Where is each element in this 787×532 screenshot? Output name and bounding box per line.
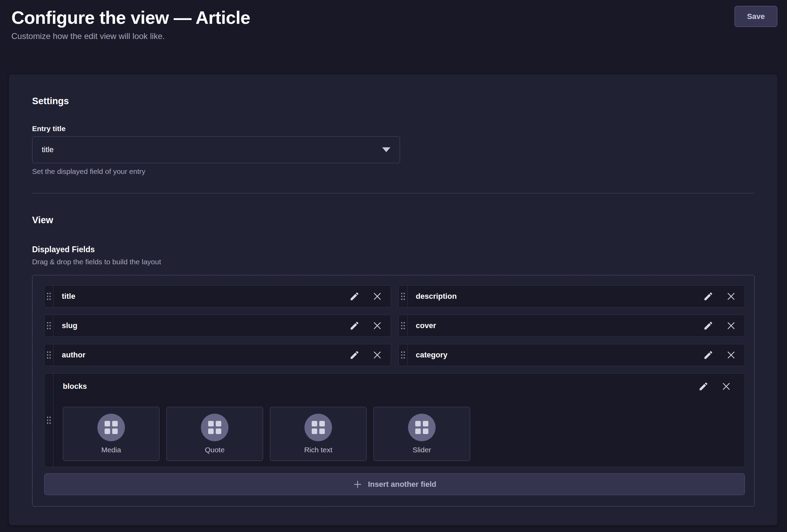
edit-field-button[interactable] xyxy=(698,381,709,392)
drag-handle[interactable] xyxy=(399,286,408,307)
drag-handle[interactable] xyxy=(45,286,54,307)
grid-icon xyxy=(208,421,221,434)
insert-field-button[interactable]: Insert another field xyxy=(44,473,745,495)
remove-field-button[interactable] xyxy=(720,381,732,392)
field-row-body: author xyxy=(54,344,391,366)
drag-handle-icon xyxy=(400,292,406,301)
edit-field-button[interactable] xyxy=(702,320,714,332)
field-label: category xyxy=(416,351,703,359)
field-label: slug xyxy=(62,321,349,330)
insert-field-button-label: Insert another field xyxy=(368,480,436,489)
field-label: cover xyxy=(416,321,703,330)
edit-field-button[interactable] xyxy=(349,290,360,302)
pencil-icon xyxy=(698,381,709,392)
caret-down-icon xyxy=(382,147,390,152)
cross-icon xyxy=(726,321,736,331)
edit-field-button[interactable] xyxy=(702,349,714,361)
drag-handle-icon xyxy=(46,292,51,301)
component-card[interactable]: Slider xyxy=(373,407,470,461)
edit-field-button[interactable] xyxy=(349,349,360,361)
remove-field-button[interactable] xyxy=(725,349,737,361)
fields-dropzone: title xyxy=(32,275,755,506)
drag-handle-icon xyxy=(46,322,51,330)
remove-field-button[interactable] xyxy=(725,290,737,302)
component-circle xyxy=(201,414,229,441)
entry-title-group: Entry title title Set the displayed fiel… xyxy=(32,125,755,176)
edit-field-button[interactable] xyxy=(702,290,714,302)
configure-panel: Settings Entry title title Set the displ… xyxy=(9,75,777,525)
components-row: Media Quote Rich text Slider xyxy=(63,407,732,461)
cross-icon xyxy=(726,350,736,360)
field-label: author xyxy=(62,351,349,359)
component-label: Quote xyxy=(205,446,224,454)
field-row-body: slug xyxy=(54,315,391,336)
page-title: Configure the view — Article xyxy=(11,7,777,28)
component-label: Media xyxy=(101,446,121,454)
drag-handle[interactable] xyxy=(399,315,408,336)
drag-handle[interactable] xyxy=(45,315,54,336)
cross-icon xyxy=(726,291,736,302)
grid-icon xyxy=(312,421,325,434)
drag-handle-icon xyxy=(400,322,406,330)
field-label: title xyxy=(62,292,349,301)
field-row-body: title xyxy=(54,286,391,307)
remove-field-button[interactable] xyxy=(371,349,383,361)
field-row[interactable]: title xyxy=(44,285,391,307)
plus-icon xyxy=(353,480,362,489)
edit-field-button[interactable] xyxy=(349,320,360,332)
drag-handle-icon xyxy=(46,351,51,359)
cross-icon xyxy=(721,381,731,392)
drag-handle[interactable] xyxy=(399,344,408,366)
field-row-body: category xyxy=(408,344,745,366)
remove-field-button[interactable] xyxy=(725,320,737,332)
remove-field-button[interactable] xyxy=(371,290,383,302)
page-subtitle: Customize how the edit view will look li… xyxy=(11,31,777,41)
entry-title-select-value: title xyxy=(42,145,54,154)
component-label: Slider xyxy=(412,446,431,454)
drag-handle-icon xyxy=(400,351,406,359)
component-circle xyxy=(304,414,332,441)
section-divider xyxy=(32,193,755,194)
field-row-body: description xyxy=(408,286,745,307)
displayed-fields-label: Displayed Fields xyxy=(32,245,755,254)
pencil-icon xyxy=(349,350,360,360)
field-row[interactable]: author xyxy=(44,344,391,366)
component-card[interactable]: Quote xyxy=(166,407,263,461)
field-row[interactable]: category xyxy=(398,344,745,366)
remove-field-button[interactable] xyxy=(371,320,383,332)
save-button[interactable]: Save xyxy=(735,6,777,27)
field-row[interactable]: slug xyxy=(44,315,391,337)
cross-icon xyxy=(372,321,382,331)
entry-title-label: Entry title xyxy=(32,125,755,133)
grid-icon xyxy=(415,421,428,434)
component-circle xyxy=(97,414,125,441)
component-card[interactable]: Media xyxy=(63,407,159,461)
pencil-icon xyxy=(703,291,713,302)
displayed-fields-hint: Drag & drop the fields to build the layo… xyxy=(32,258,755,266)
entry-title-select[interactable]: title xyxy=(32,136,400,163)
pencil-icon xyxy=(349,321,360,331)
component-label: Rich text xyxy=(304,446,332,454)
cross-icon xyxy=(372,350,382,360)
fields-grid: title xyxy=(44,285,745,467)
page-header: Configure the view — Article Customize h… xyxy=(0,0,787,75)
drag-handle-icon xyxy=(46,416,51,424)
grid-icon xyxy=(105,421,118,434)
pencil-icon xyxy=(703,321,713,331)
blocks-card[interactable]: blocks xyxy=(44,373,745,467)
drag-handle[interactable] xyxy=(45,344,54,366)
field-row[interactable]: description xyxy=(398,285,745,307)
component-card[interactable]: Rich text xyxy=(270,407,367,461)
settings-heading: Settings xyxy=(32,96,755,107)
view-heading: View xyxy=(32,215,755,226)
blocks-body: blocks xyxy=(54,374,745,467)
component-circle xyxy=(408,414,436,441)
entry-title-hint: Set the displayed field of your entry xyxy=(32,167,755,176)
drag-handle[interactable] xyxy=(45,374,54,467)
field-row[interactable]: cover xyxy=(398,315,745,337)
cross-icon xyxy=(372,291,382,302)
blocks-header: blocks xyxy=(63,381,732,392)
field-label: description xyxy=(416,292,703,301)
pencil-icon xyxy=(349,291,360,302)
pencil-icon xyxy=(703,350,713,360)
